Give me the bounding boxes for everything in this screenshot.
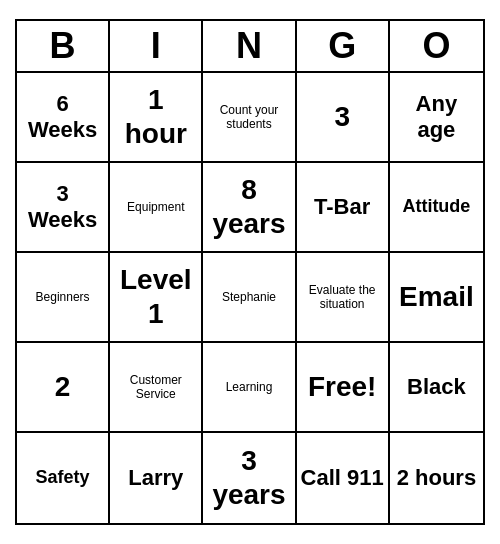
bingo-cell-6: Equipment	[110, 163, 203, 253]
bingo-cell-0: 6 Weeks	[17, 73, 110, 163]
bingo-grid: 6 Weeks1 hourCount your students3Any age…	[17, 73, 483, 523]
bingo-cell-10: Beginners	[17, 253, 110, 343]
bingo-cell-16: Customer Service	[110, 343, 203, 433]
header-n: N	[203, 21, 296, 71]
bingo-cell-20: Safety	[17, 433, 110, 523]
bingo-cell-7: 8 years	[203, 163, 296, 253]
bingo-header: B I N G O	[17, 21, 483, 73]
header-g: G	[297, 21, 390, 71]
bingo-cell-4: Any age	[390, 73, 483, 163]
bingo-card: B I N G O 6 Weeks1 hourCount your studen…	[15, 19, 485, 525]
bingo-cell-22: 3 years	[203, 433, 296, 523]
bingo-cell-12: Stephanie	[203, 253, 296, 343]
bingo-cell-2: Count your students	[203, 73, 296, 163]
bingo-cell-3: 3	[297, 73, 390, 163]
bingo-cell-9: Attitude	[390, 163, 483, 253]
bingo-cell-14: Email	[390, 253, 483, 343]
bingo-cell-5: 3 Weeks	[17, 163, 110, 253]
bingo-cell-21: Larry	[110, 433, 203, 523]
bingo-cell-17: Learning	[203, 343, 296, 433]
bingo-cell-11: Level 1	[110, 253, 203, 343]
bingo-cell-18: Free!	[297, 343, 390, 433]
bingo-cell-19: Black	[390, 343, 483, 433]
bingo-cell-24: 2 hours	[390, 433, 483, 523]
bingo-cell-23: Call 911	[297, 433, 390, 523]
bingo-cell-13: Evaluate the situation	[297, 253, 390, 343]
header-b: B	[17, 21, 110, 71]
header-o: O	[390, 21, 483, 71]
bingo-cell-1: 1 hour	[110, 73, 203, 163]
bingo-cell-8: T-Bar	[297, 163, 390, 253]
bingo-cell-15: 2	[17, 343, 110, 433]
header-i: I	[110, 21, 203, 71]
